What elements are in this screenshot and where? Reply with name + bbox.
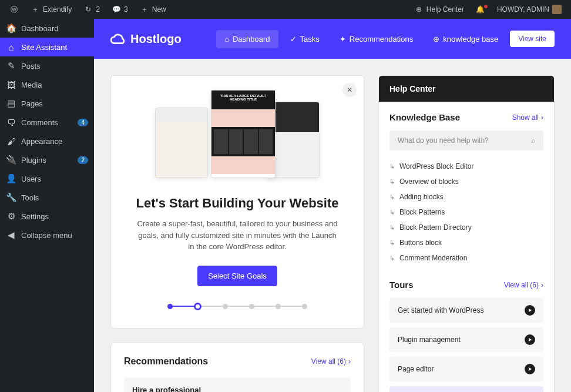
step-dot[interactable] — [223, 304, 228, 309]
home-icon: ⌂ — [224, 35, 229, 43]
recommendation-item[interactable]: Hire a professional Hire a professional … — [124, 377, 351, 393]
topnav-dashboard[interactable]: ⌂Dashboard — [216, 30, 278, 48]
sidebar-label: Media — [21, 81, 42, 89]
pin-icon: ✎ — [6, 61, 16, 71]
topnav-label: Tasks — [300, 35, 320, 43]
recommendations-view-all[interactable]: View all (6)› — [311, 357, 351, 366]
step-dot[interactable] — [167, 304, 173, 309]
recommendations-card: Recommendations View all (6)› Hire a pro… — [110, 343, 364, 393]
arrow-icon: ↳ — [389, 193, 395, 201]
kb-link[interactable]: ↳Buttons block — [389, 235, 543, 250]
check-icon: ✓ — [290, 35, 297, 43]
refresh-count: 2 — [96, 5, 100, 14]
help-search-input[interactable]: What do you need help with? ⌕ — [389, 130, 543, 150]
extendify-link[interactable]: ＋Extendify — [26, 0, 76, 19]
play-icon — [525, 334, 535, 345]
template-header-text: THIS IS A LARGE DEFAULT HEADING TITLE — [211, 91, 275, 109]
show-all-label: Show all — [512, 113, 539, 122]
sidebar-label: Settings — [21, 212, 49, 221]
kb-link[interactable]: ↳Comment Moderation — [389, 250, 543, 266]
topnav-tasks[interactable]: ✓Tasks — [282, 30, 328, 48]
kb-link-label: Adding blocks — [399, 193, 444, 201]
sidebar-item-posts[interactable]: ✎Posts — [0, 56, 94, 75]
user-menu[interactable]: HOWDY, ADMIN — [492, 0, 566, 19]
view-site-button[interactable]: View site — [510, 31, 555, 47]
brush-icon: 🖌 — [6, 136, 16, 146]
refresh-link[interactable]: ↻2 — [79, 0, 105, 19]
topnav-label: Recommendations — [350, 35, 413, 43]
select-site-goals-button[interactable]: Select Site Goals — [197, 266, 277, 286]
sidebar-item-users[interactable]: 👤Users — [0, 169, 94, 188]
notifications[interactable]: 🔔 — [471, 0, 490, 19]
tour-item[interactable]: Page editor — [389, 357, 543, 381]
sidebar-label: Comments — [21, 118, 58, 127]
template-thumbnail: THIS IS A LARGE DEFAULT HEADING TITLE — [211, 90, 276, 178]
chevron-right-icon: › — [348, 357, 351, 366]
sidebar-label: Tools — [21, 193, 39, 202]
step-dot[interactable] — [276, 304, 281, 309]
step-dot[interactable] — [194, 303, 201, 310]
help-center-header: Help Center — [379, 76, 554, 102]
sidebar-label: Dashboard — [21, 24, 59, 33]
kb-link[interactable]: ↳Adding blocks — [389, 189, 543, 205]
comments-link[interactable]: 💬3 — [107, 0, 133, 19]
step-dot[interactable] — [302, 304, 307, 309]
kb-link[interactable]: ↳WordPress Block Editor — [389, 159, 543, 174]
step-dot[interactable] — [249, 304, 254, 309]
tour-item[interactable]: Get started with WordPress — [389, 298, 543, 323]
close-button[interactable]: ✕ — [342, 83, 357, 97]
sidebar-item-site-assistant[interactable]: ⌂Site Assistant — [0, 38, 94, 56]
tour-label: Page editor — [398, 365, 434, 373]
arrow-icon: ↳ — [389, 163, 395, 170]
new-label: New — [152, 5, 166, 14]
host-logo[interactable]: Hostlogo — [110, 31, 182, 46]
sidebar-item-tools[interactable]: 🔧Tools — [0, 188, 94, 207]
extendify-label: Extendify — [43, 5, 72, 14]
wp-logo[interactable]: ⓦ — [5, 0, 23, 19]
sidebar-item-pages[interactable]: ▤Pages — [0, 94, 94, 113]
comments-badge: 4 — [78, 119, 88, 126]
globe-icon: ⊕ — [433, 35, 439, 43]
sidebar-label: Pages — [21, 99, 43, 108]
sidebar-item-comments[interactable]: 🗨Comments4 — [0, 113, 94, 132]
sidebar-item-appearance[interactable]: 🖌Appearance — [0, 132, 94, 150]
avatar — [552, 5, 562, 14]
new-link[interactable]: ＋New — [135, 0, 171, 19]
sidebar-item-settings[interactable]: ⚙Settings — [0, 207, 94, 226]
comment-icon: 💬 — [112, 5, 121, 14]
arrow-icon: ↳ — [389, 239, 395, 247]
sidebar-label: Plugins — [21, 156, 46, 165]
search-icon: ⌕ — [531, 136, 535, 145]
tour-item-active[interactable]: Users screen☟ — [389, 386, 543, 392]
kb-link-label: Overview of blocks — [399, 177, 459, 186]
sidebar-item-collapse[interactable]: ◀Collapse menu — [0, 226, 94, 244]
topnav-knowledge-base[interactable]: ⊕knowledge base — [425, 30, 506, 48]
kb-link[interactable]: ↳Overview of blocks — [389, 174, 543, 189]
sidebar-item-dashboard[interactable]: 🏠Dashboard — [0, 19, 94, 38]
kb-link[interactable]: ↳Block Patterns — [389, 205, 543, 220]
onboarding-title: Let's Start Building Your Website — [135, 196, 340, 211]
comment-icon: 🗨 — [6, 117, 16, 128]
page-icon: ▤ — [6, 98, 16, 109]
tour-label: Get started with WordPress — [398, 306, 484, 314]
topnav-label: knowledge base — [443, 35, 498, 43]
topnav-recommendations[interactable]: ✦Recommendations — [331, 30, 421, 48]
gear-icon: ⚙ — [6, 211, 16, 222]
kb-link[interactable]: ↳Block Pattern Directory — [389, 220, 543, 235]
sidebar-label: Users — [21, 175, 41, 183]
plus-icon: ＋ — [31, 5, 40, 14]
kb-link-label: Comment Moderation — [399, 254, 467, 262]
arrow-icon: ↳ — [389, 209, 395, 216]
main-content: ✕ THIS IS A LARGE DEFAULT HEADING TITLE … — [94, 59, 571, 392]
sidebar-item-media[interactable]: 🖾Media — [0, 75, 94, 94]
tours-view-all[interactable]: View all (6)› — [504, 281, 543, 289]
admin-bar: ⓦ ＋Extendify ↻2 💬3 ＋New ⊕Help Center 🔔 H… — [0, 0, 571, 19]
tour-item[interactable]: Plugin management — [389, 327, 543, 352]
help-center-label: Help Center — [426, 5, 464, 14]
chevron-right-icon: › — [541, 281, 543, 289]
tour-label: Plugin management — [398, 336, 461, 344]
sidebar-item-plugins[interactable]: 🔌Plugins2 — [0, 150, 94, 169]
help-center-link[interactable]: ⊕Help Center — [409, 0, 469, 19]
show-all-link[interactable]: Show all› — [512, 113, 543, 122]
templates-preview: THIS IS A LARGE DEFAULT HEADING TITLE — [155, 90, 320, 184]
